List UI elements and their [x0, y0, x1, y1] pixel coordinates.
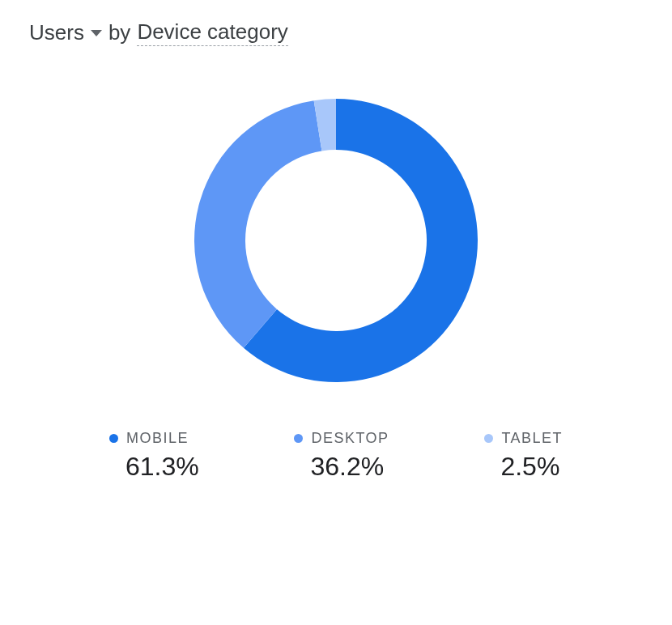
chart-header: Users by Device category — [29, 19, 643, 46]
legend-dot — [484, 434, 493, 443]
legend: MOBILE 61.3% DESKTOP 36.2% TABLET 2.5% — [29, 430, 643, 482]
legend-dot — [109, 434, 118, 443]
legend-item-tablet[interactable]: TABLET 2.5% — [484, 430, 563, 482]
legend-top: TABLET — [484, 430, 563, 447]
by-text: by — [108, 20, 130, 45]
legend-value: 2.5% — [484, 452, 559, 482]
donut-slice-desktop[interactable] — [194, 100, 321, 348]
legend-label: DESKTOP — [311, 430, 389, 447]
metric-dropdown[interactable]: Users — [29, 20, 102, 45]
legend-top: DESKTOP — [294, 430, 389, 447]
chevron-down-icon — [91, 30, 102, 36]
legend-value: 61.3% — [109, 452, 199, 482]
legend-top: MOBILE — [109, 430, 189, 447]
metric-label: Users — [29, 20, 84, 45]
legend-item-desktop[interactable]: DESKTOP 36.2% — [294, 430, 389, 482]
dimension-label[interactable]: Device category — [137, 19, 287, 46]
legend-item-mobile[interactable]: MOBILE 61.3% — [109, 430, 199, 482]
legend-dot — [294, 434, 303, 443]
donut-svg — [190, 95, 482, 386]
legend-label: TABLET — [501, 430, 563, 447]
legend-value: 36.2% — [294, 452, 384, 482]
donut-chart — [190, 95, 482, 389]
chart-container — [29, 95, 643, 389]
legend-label: MOBILE — [126, 430, 189, 447]
